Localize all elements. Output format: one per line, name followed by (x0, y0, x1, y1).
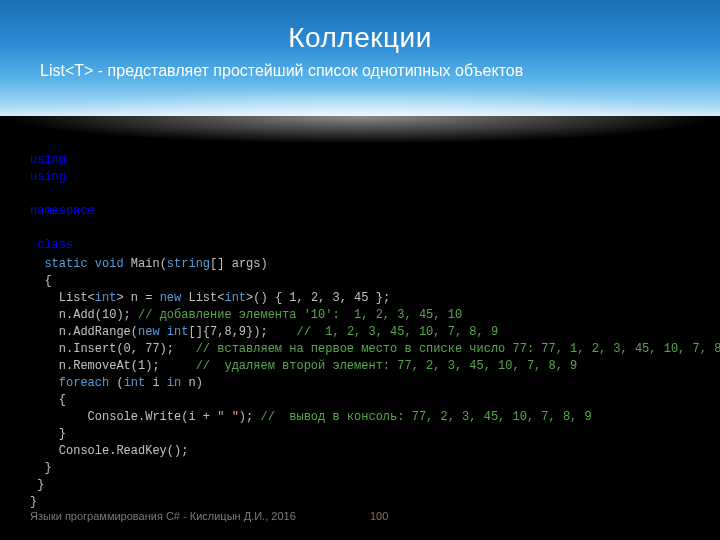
keyword-static: static (44, 257, 87, 271)
keyword-class: class (37, 238, 73, 252)
footer-text: Языки программирования C# - Кислицын Д.И… (30, 510, 690, 522)
code-comment: // вывод в консоль: 77, 2, 3, 45, 10, 7,… (260, 410, 591, 424)
slide-title: Коллекции (40, 22, 680, 54)
code-comment: // вставляем на первое место в списке чи… (196, 342, 720, 356)
keyword-new-int: new int (138, 325, 188, 339)
code-block-light: using System; using System.Collections.G… (30, 152, 268, 271)
page-number: 100 (370, 510, 388, 522)
code-text: n.AddRange( (30, 325, 138, 339)
code-text: } (30, 495, 37, 509)
code-text: } (30, 461, 52, 475)
code-text: n.Insert(0, 77); (30, 342, 196, 356)
keyword-foreach: foreach (59, 376, 109, 390)
keyword-string: string (167, 257, 210, 271)
code-text: Console.Write(i + (30, 410, 217, 424)
code-text: { (30, 221, 37, 235)
keyword-void: void (95, 257, 124, 271)
code-text: i (145, 376, 167, 390)
code-comment: // 1, 2, 3, 45, 10, 7, 8, 9 (296, 325, 498, 339)
code-comment: // удаляем второй элемент: 77, 2, 3, 45,… (196, 359, 578, 373)
code-text: Collections (95, 204, 181, 218)
keyword-in: in (167, 376, 181, 390)
keyword-int: int (224, 291, 246, 305)
code-text: > n = (116, 291, 159, 305)
code-string: " " (217, 410, 239, 424)
code-text: Program (73, 238, 131, 252)
code-text: { (30, 393, 66, 407)
code-text: Main( (124, 257, 167, 271)
code-text: n) (181, 376, 203, 390)
code-text: List< (30, 291, 95, 305)
slide: Коллекции List<T> - представляет простей… (0, 0, 720, 540)
code-text: >() { 1, 2, 3, 45 }; (246, 291, 390, 305)
slide-header: Коллекции List<T> - представляет простей… (0, 0, 720, 116)
keyword-using: using (30, 170, 66, 184)
code-comment: // добавление элемента '10': 1, 2, 3, 45… (138, 308, 462, 322)
code-text: List< (181, 291, 224, 305)
code-text: [] args) (210, 257, 268, 271)
slide-subtitle: List<T> - представляет простейший список… (40, 62, 680, 80)
keyword-new: new (160, 291, 182, 305)
code-text (30, 257, 44, 271)
code-text: []{7,8,9}); (188, 325, 296, 339)
code-text (88, 257, 95, 271)
code-text: System; (66, 153, 124, 167)
code-text: System.Collections.Generic; (66, 170, 268, 184)
code-text (30, 376, 59, 390)
code-text: ( (109, 376, 123, 390)
code-text: Console.ReadKey(); (30, 444, 188, 458)
keyword-int: int (124, 376, 146, 390)
keyword-int: int (95, 291, 117, 305)
keyword-namespace: namespace (30, 204, 95, 218)
code-text: } (30, 478, 44, 492)
code-block-dark: static void Main(string[] args) { List<i… (30, 256, 700, 511)
code-text: n.Add(10); (30, 308, 138, 322)
code-text: n.RemoveAt(1); (30, 359, 196, 373)
code-text: { (30, 274, 52, 288)
code-text: } (30, 427, 66, 441)
code-text: ); (239, 410, 261, 424)
keyword-using: using (30, 153, 66, 167)
